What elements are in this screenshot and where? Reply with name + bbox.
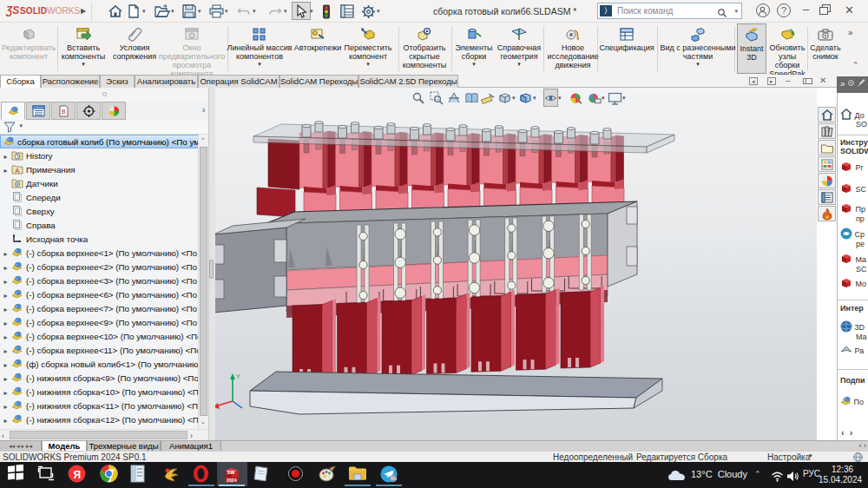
svg-text:Я: Я	[74, 469, 82, 481]
svg-text:A: A	[16, 168, 20, 174]
svg-text:RU: RU	[391, 477, 397, 481]
svg-text:В: В	[62, 109, 66, 115]
svg-text:2024: 2024	[227, 478, 237, 483]
svg-text:SW: SW	[227, 470, 236, 475]
svg-text:Y: Y	[236, 373, 240, 379]
